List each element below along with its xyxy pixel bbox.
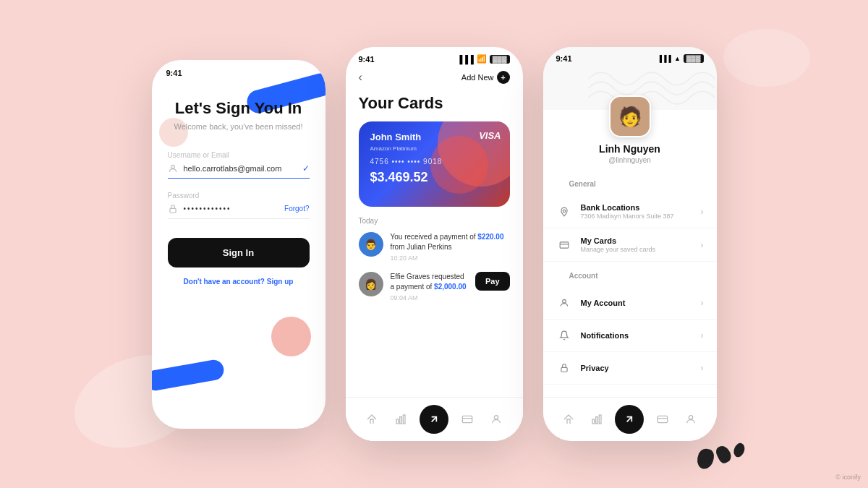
username-input-wrapper[interactable]: hello.carrotlabs@gmail.com ✓ (168, 163, 310, 179)
password-input-wrapper[interactable]: •••••••••••• Forgot? (168, 204, 310, 219)
svg-point-0 (171, 165, 174, 168)
profile-status-bar: 9:41 ▐▐▐ ▲ ▓▓▓ (543, 47, 717, 63)
txn-amount-2: $2,000.00 (434, 283, 467, 291)
privacy-content: Privacy (581, 364, 692, 372)
pink-circle-1 (271, 317, 311, 356)
profile-nav-send[interactable] (615, 405, 644, 434)
cards-title: Your Cards (346, 88, 523, 121)
nav-chart[interactable] (391, 409, 411, 429)
signin-button[interactable]: Sign In (168, 238, 310, 267)
privacy-icon (556, 360, 572, 376)
txn-text-1: You received a payment of $220.00 from J… (391, 232, 510, 262)
profile-nav-home[interactable] (558, 409, 579, 429)
signin-content: Let's Sign You In Welcome back, you've b… (152, 77, 326, 300)
profile-header: 🧑 Linh Nguyen @linhnguyen (543, 110, 717, 173)
nav-card[interactable] (457, 409, 477, 429)
txn-desc-2: Effie Graves requested a payment of $2,0… (391, 272, 468, 292)
cards-status-icons: ▐▐▐ 📶 ▓▓▓ (456, 54, 509, 64)
cards-status-bar: 9:41 ▐▐▐ 📶 ▓▓▓ (346, 47, 523, 64)
lock-icon (168, 204, 178, 214)
bank-locations-sub: 7306 Madisyn Manors Suite 387 (581, 213, 692, 220)
profile-nav-chart[interactable] (587, 409, 607, 429)
profile-name: Linh Nguyen (599, 143, 660, 155)
user-icon (168, 163, 178, 174)
profile-handle: @linhnguyen (608, 156, 651, 164)
cards-bottom-nav (346, 397, 523, 441)
signin-time: 9:41 (166, 69, 182, 77)
profile-nav-profile[interactable] (681, 409, 701, 429)
notification-icon (556, 328, 572, 343)
svg-rect-14 (592, 419, 595, 424)
svg-line-17 (627, 417, 632, 422)
account-label: Account (556, 272, 704, 280)
txn-desc-1: You received a payment of $220.00 from J… (391, 232, 510, 252)
password-dots: •••••••••••• (184, 205, 231, 213)
svg-point-20 (689, 416, 692, 419)
svg-point-8 (495, 416, 498, 419)
menu-my-cards[interactable]: My Cards Manage your saved cards › (543, 228, 717, 262)
txn-avatar-1: 👨 (359, 232, 383, 257)
forgot-link[interactable]: Forgot? (284, 205, 309, 213)
card-network: VISA (479, 130, 501, 141)
signin-status-bar: 9:41 (152, 60, 326, 77)
svg-line-5 (432, 417, 437, 422)
transaction-item-2: 👩 Effie Graves requested a payment of $2… (359, 272, 510, 301)
menu-my-account[interactable]: My Account › (543, 287, 717, 320)
general-label: General (556, 180, 704, 188)
spot-1 (696, 448, 715, 470)
txn-amount-1: $220.00 (477, 233, 503, 241)
chart-icon (395, 414, 407, 425)
nav-send[interactable] (420, 405, 448, 434)
bank-chevron: › (701, 207, 704, 217)
password-label: Password (168, 192, 310, 200)
profile-time: 9:41 (556, 54, 572, 63)
add-new-button[interactable]: Add New + (461, 71, 510, 84)
card-icon (461, 414, 473, 425)
menu-notifications[interactable]: Notifications › (543, 320, 717, 352)
my-cards-title: My Cards (581, 236, 692, 245)
credit-card: John Smith VISA Amazon Platinium 4756 ••… (359, 121, 510, 207)
svg-point-9 (563, 210, 566, 213)
privacy-chevron: › (701, 363, 704, 373)
card-number: 4756 •••• •••• 9018 (370, 158, 498, 166)
cards-time: 9:41 (359, 55, 375, 64)
home-icon (366, 414, 378, 425)
svg-rect-4 (403, 415, 405, 424)
signal-icon: ▐▐▐ (456, 55, 473, 64)
cards-chevron: › (701, 240, 704, 250)
bank-locations-title: Bank Locations (581, 203, 692, 212)
username-label: Username or Email (168, 151, 310, 159)
back-button[interactable]: ‹ (359, 71, 362, 84)
general-section-header: General (543, 173, 717, 195)
location-icon (556, 204, 572, 220)
profile-send-icon (624, 414, 635, 425)
wifi-icon: 📶 (477, 54, 487, 64)
account-chevron: › (701, 298, 704, 308)
signup-link[interactable]: Sign up (267, 278, 294, 286)
profile-nav-card[interactable] (652, 409, 673, 429)
transactions-section: Today 👨 You received a payment of $220.0… (346, 207, 523, 312)
cards-header: ‹ Add New + (346, 64, 523, 88)
nav-home[interactable] (362, 409, 382, 429)
account-icon (556, 295, 572, 311)
blue-decor-bottom (152, 358, 226, 392)
profile-content: General Bank Locations 7306 Madisyn Mano… (543, 173, 717, 385)
profile-signal-icon: ▐▐▐ (658, 55, 671, 62)
cards-icon (556, 237, 572, 253)
send-icon (428, 414, 440, 425)
card-type: Amazon Platinium (370, 145, 498, 152)
profile-wifi-icon: ▲ (674, 55, 681, 62)
my-account-title: My Account (581, 299, 692, 307)
spot-2 (714, 444, 733, 465)
transactions-date: Today (359, 217, 510, 225)
check-icon: ✓ (302, 163, 310, 174)
pay-button[interactable]: Pay (475, 272, 510, 291)
my-cards-sub: Manage your saved cards (581, 246, 692, 253)
signin-phone: 9:41 Let's Sign You In Welcome back, you… (152, 60, 326, 429)
profile-icon (490, 414, 502, 425)
menu-privacy[interactable]: Privacy › (543, 352, 717, 385)
menu-bank-locations[interactable]: Bank Locations 7306 Madisyn Manors Suite… (543, 195, 717, 228)
nav-profile[interactable] (486, 409, 506, 429)
cow-spots (696, 442, 746, 470)
svg-point-12 (562, 299, 566, 303)
